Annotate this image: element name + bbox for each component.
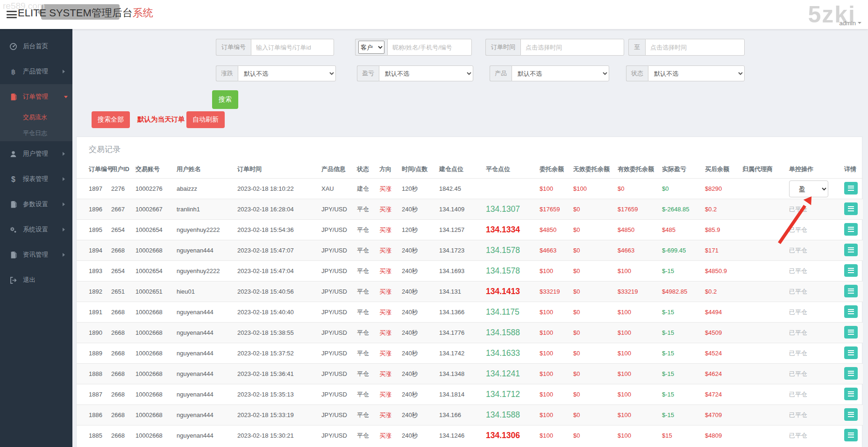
- status-select[interactable]: 默认不选: [648, 65, 745, 81]
- detail-button[interactable]: [844, 305, 858, 318]
- cell-profit: $-699.45: [659, 240, 702, 261]
- auto-refresh-button[interactable]: 自动刷新: [186, 111, 225, 128]
- time-from-input[interactable]: [520, 39, 624, 56]
- sidebar-subitem-close-log[interactable]: 平仓日志: [0, 125, 72, 141]
- cell-invalid: $0: [570, 261, 615, 281]
- profit-select[interactable]: 默认不选: [379, 65, 473, 81]
- cell-entrust: $4850: [537, 220, 570, 240]
- detail-button[interactable]: [844, 223, 858, 236]
- cell-name: abaizzz: [174, 179, 235, 199]
- detail-button[interactable]: [844, 326, 858, 339]
- table-body: 1897227610002276abaizzz2023-02-18 18:10:…: [77, 179, 863, 446]
- customer-type-select[interactable]: 客户: [358, 41, 384, 54]
- cell-name: nguyenan444: [174, 240, 235, 261]
- product-select[interactable]: 默认不选: [512, 65, 609, 81]
- product-icon: ฿: [9, 68, 17, 76]
- sidebar-item-reports[interactable]: $ 报表管理: [0, 166, 72, 192]
- cell-valid: $100: [615, 425, 659, 446]
- search-button[interactable]: 搜索: [212, 90, 238, 109]
- detail-button[interactable]: [844, 429, 858, 441]
- detail-button[interactable]: [844, 346, 858, 359]
- cell-profit: $15: [659, 425, 702, 446]
- cell-profit: $-15: [659, 261, 702, 281]
- cell-uid: 2654: [108, 220, 133, 240]
- search-all-button[interactable]: 搜索全部: [92, 111, 130, 128]
- sidebar-item-dashboard[interactable]: 后台首页: [0, 34, 72, 59]
- cell-close: 134.1307: [483, 199, 537, 220]
- cell-duration: 240秒: [399, 240, 436, 261]
- cell-status: 平仓: [354, 302, 377, 323]
- cell-open: 134.1693: [436, 261, 483, 281]
- cell-time: 2023-02-18 15:30:21: [235, 425, 319, 446]
- cell-status: 平仓: [354, 384, 377, 405]
- cell-direction: 买涨: [377, 179, 399, 199]
- cell-account: 10002668: [133, 425, 174, 446]
- cell-product: JPY/USD: [319, 405, 354, 425]
- sidebar-item-users[interactable]: 用户管理: [0, 141, 72, 166]
- cell-after: $4624: [702, 364, 740, 384]
- sidebar-item-news[interactable]: 资讯管理: [0, 242, 72, 267]
- cell-control: 已平仓: [786, 425, 841, 446]
- cell-open: 134.1723: [436, 240, 483, 261]
- menu-toggle-icon[interactable]: [7, 11, 17, 18]
- cell-duration: 240秒: [399, 199, 436, 220]
- closed-status-text: 已平仓: [789, 370, 807, 377]
- detail-button[interactable]: [844, 182, 858, 195]
- detail-button[interactable]: [844, 202, 858, 215]
- cell-direction: 买涨: [377, 384, 399, 405]
- cell-open: 134.1246: [436, 425, 483, 446]
- list-icon: [848, 433, 854, 438]
- sidebar-item-products[interactable]: ฿ 产品管理: [0, 59, 72, 84]
- cell-invalid: $0: [570, 384, 615, 405]
- table-row: 1897227610002276abaizzz2023-02-18 18:10:…: [77, 179, 863, 199]
- cell-id: 1885: [77, 425, 108, 446]
- cell-close: 134.1588: [483, 405, 537, 425]
- trade-records-panel: 交易记录 订单编号用户ID交易账号用户姓名订单时间产品信息状态方向时间/点数建仓…: [76, 137, 862, 447]
- detail-button[interactable]: [844, 388, 858, 400]
- cell-entrust: $100: [537, 343, 570, 364]
- cell-agent: [740, 199, 786, 220]
- cell-status: 平仓: [354, 261, 377, 281]
- time-to-input[interactable]: [645, 39, 745, 56]
- cell-open: 134.1348: [436, 364, 483, 384]
- closed-status-text: 已平仓: [789, 432, 807, 439]
- sidebar-subitem-trade-flow[interactable]: 交易流水: [0, 109, 72, 125]
- cell-invalid: $0: [570, 323, 615, 343]
- cell-control: 盈: [786, 179, 841, 199]
- chevron-right-icon: [63, 202, 67, 206]
- sidebar-item-logout[interactable]: 退出: [0, 267, 72, 293]
- cell-after: $4809: [702, 425, 740, 446]
- cell-direction: 买涨: [377, 323, 399, 343]
- user-menu[interactable]: admin: [840, 20, 861, 27]
- table-header-row: 订单编号用户ID交易账号用户姓名订单时间产品信息状态方向时间/点数建仓点位平仓点…: [77, 161, 863, 179]
- column-header-15: 买后余额: [702, 161, 740, 179]
- cell-uid: 2668: [108, 343, 133, 364]
- control-select[interactable]: 盈: [789, 180, 828, 197]
- sidebar-item-orders[interactable]: 订单管理: [0, 84, 72, 109]
- cell-valid: $4850: [615, 220, 659, 240]
- cell-entrust: $100: [537, 179, 570, 199]
- order-no-input[interactable]: [251, 39, 334, 56]
- cell-detail: [841, 220, 863, 240]
- cell-invalid: $0: [570, 302, 615, 323]
- cell-direction: 买涨: [377, 240, 399, 261]
- detail-button[interactable]: [844, 408, 858, 421]
- cell-close: 134.1241: [483, 364, 537, 384]
- sidebar-item-params[interactable]: 参数设置: [0, 192, 72, 217]
- detail-button[interactable]: [844, 367, 858, 380]
- cell-valid: $0: [615, 179, 659, 199]
- cell-profit: $485: [659, 220, 702, 240]
- list-icon: [848, 412, 854, 417]
- detail-button[interactable]: [844, 285, 858, 297]
- column-header-8: 时间/点数: [399, 161, 436, 179]
- cell-control: 已平仓: [786, 364, 841, 384]
- cell-direction: 买涨: [377, 425, 399, 446]
- customer-type-addon: 客户: [355, 39, 387, 56]
- customer-input[interactable]: [387, 39, 472, 56]
- updown-label: 涨跌: [216, 65, 238, 81]
- detail-button[interactable]: [844, 244, 858, 256]
- detail-button[interactable]: [844, 264, 858, 277]
- updown-select[interactable]: 默认不选: [238, 65, 336, 81]
- sidebar-item-system[interactable]: 系统设置: [0, 217, 72, 242]
- cell-account: 10002668: [133, 323, 174, 343]
